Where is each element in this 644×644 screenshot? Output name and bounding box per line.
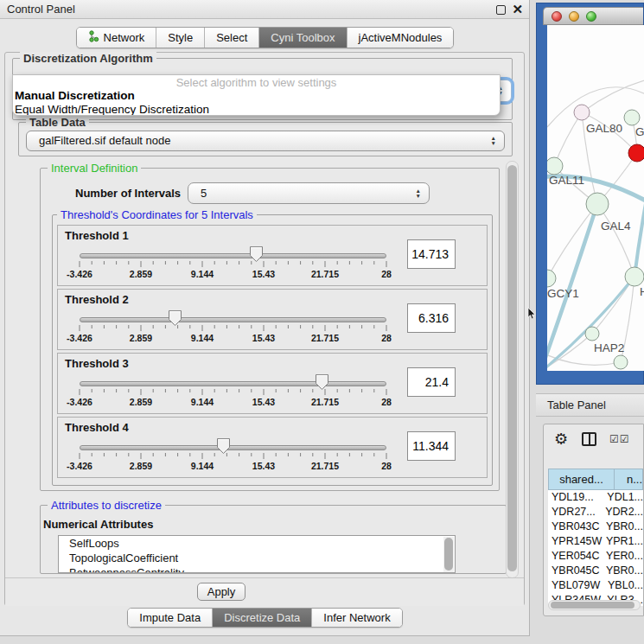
zoom-traffic-light-icon[interactable]: [586, 11, 596, 22]
numerical-attributes-label: Numerical Attributes: [43, 518, 153, 531]
close-traffic-light-icon[interactable]: [552, 11, 562, 22]
tab-infer-network[interactable]: Infer Network: [312, 609, 401, 627]
attribute-item-selfloops[interactable]: SelfLoops: [59, 536, 455, 551]
svg-text:2.859: 2.859: [130, 397, 152, 407]
slider-track[interactable]: [80, 445, 386, 450]
node-label: HAP2: [594, 341, 624, 354]
threshold-value-field[interactable]: 6.316: [407, 303, 456, 333]
slider-handle[interactable]: [216, 437, 231, 455]
close-icon[interactable]: ✕: [512, 1, 523, 18]
slider-track[interactable]: [80, 381, 386, 386]
network-node-hap2[interactable]: [585, 327, 599, 341]
table-row[interactable]: YBR045CYBR0...: [548, 564, 643, 578]
slider-handle[interactable]: [168, 309, 182, 327]
network-edge[interactable]: [597, 204, 634, 277]
network-window-titlebar[interactable]: [543, 7, 643, 25]
column-header-shared[interactable]: shared...: [548, 469, 615, 490]
table-cell[interactable]: YBL0...: [604, 578, 643, 593]
attribute-item-betweennesscentrality[interactable]: BetweennessCentrality: [59, 565, 455, 573]
tab-label: Impute Data: [139, 611, 201, 624]
table-cell[interactable]: YPR145W: [548, 534, 603, 549]
slider-scale-ticks: -3.4262.8599.14415.4321.71528: [75, 389, 391, 411]
network-node[interactable]: [628, 144, 644, 162]
column-selector-icon[interactable]: [582, 432, 596, 446]
network-node-ga[interactable]: [624, 110, 640, 125]
network-edge[interactable]: [547, 204, 597, 278]
network-node-gcy1[interactable]: [547, 270, 556, 287]
network-edge[interactable]: [582, 79, 644, 112]
tab-label: Discretize Data: [224, 611, 300, 624]
table-cell[interactable]: YDR27...: [548, 505, 602, 520]
apply-button[interactable]: Apply: [197, 583, 245, 601]
table-cell[interactable]: YBR0...: [603, 564, 643, 578]
threshold-4-box: Threshold 4-3.4262.8599.14415.4321.71528…: [57, 417, 488, 478]
control-panel-body: Discretization Algorithm Select algorith…: [4, 52, 525, 606]
network-node-h[interactable]: [625, 267, 644, 286]
table-row[interactable]: YPR145WYPR1...: [548, 534, 643, 549]
svg-text:9.144: 9.144: [191, 333, 214, 343]
slider-handle[interactable]: [315, 373, 329, 391]
table-cell[interactable]: YBL079W: [548, 578, 604, 593]
svg-text:15.43: 15.43: [252, 269, 275, 279]
checkbox-icon[interactable]: ☑: [609, 433, 620, 445]
tab-discretize-data[interactable]: Discretize Data: [213, 609, 312, 627]
tab-style[interactable]: Style: [156, 28, 205, 48]
checkbox-icon[interactable]: ☑: [620, 433, 630, 445]
table-cell[interactable]: YBR0...: [603, 520, 643, 534]
tab-network[interactable]: Network: [77, 28, 157, 48]
tab-impute-data[interactable]: Impute Data: [128, 609, 213, 627]
numerical-attributes-list[interactable]: SelfLoopsTopologicalCoefficientBetweenne…: [58, 535, 456, 573]
table-row[interactable]: YBL079WYBL0...: [548, 578, 643, 593]
table-row[interactable]: YDR27...YDR2...: [548, 505, 643, 520]
table-cell[interactable]: YER054C: [548, 549, 603, 564]
table-cell[interactable]: YDL1...: [603, 490, 643, 505]
checkbox-icons[interactable]: ☑☑: [609, 433, 630, 445]
minimize-traffic-light-icon[interactable]: [569, 11, 579, 22]
threshold-value-field[interactable]: 11.344: [407, 431, 456, 461]
network-node-gal4[interactable]: [586, 193, 609, 215]
table-horizontal-scrollbar[interactable]: [548, 600, 641, 610]
table-row[interactable]: YDL19...YDL1...: [548, 490, 643, 505]
table-row[interactable]: YER054CYER0...: [548, 549, 643, 564]
algorithm-option-manual-discretization[interactable]: Manual Discretization: [13, 89, 500, 103]
float-window-icon[interactable]: [496, 5, 506, 15]
network-canvas[interactable]: GAL80GAGAL11GAL4GCY1HHAP2: [547, 25, 644, 371]
algorithm-option-equal-width-frequency-discretization[interactable]: Equal Width/Frequency Discretization: [13, 103, 500, 116]
node-label: GCY1: [547, 287, 579, 300]
number-of-intervals-spinner[interactable]: 5: [188, 182, 430, 204]
table-cell[interactable]: YBR043C: [548, 520, 603, 534]
threshold-value-field[interactable]: 21.4: [407, 367, 456, 397]
attribute-item-topologicalcoefficient[interactable]: TopologicalCoefficient: [59, 551, 455, 565]
threshold-value-field[interactable]: 14.713: [407, 239, 456, 269]
table-cell[interactable]: YDL19...: [548, 490, 603, 505]
column-header-name[interactable]: n...: [615, 469, 643, 490]
slider-track[interactable]: [80, 317, 386, 322]
network-edge[interactable]: [634, 176, 644, 277]
svg-text:2.859: 2.859: [130, 461, 152, 471]
tab-select[interactable]: Select: [205, 28, 259, 48]
network-node[interactable]: [614, 355, 628, 369]
svg-text:28: 28: [381, 333, 392, 343]
algorithm-combo-hint: Select algorithm to view settings: [13, 76, 500, 89]
table-data-combobox[interactable]: galFiltered.sif default node: [26, 131, 505, 151]
table-cell[interactable]: YPR1...: [603, 534, 643, 549]
tab-label: jActiveMNodules: [359, 31, 443, 44]
combo-arrows-icon: [491, 136, 496, 146]
slider-track[interactable]: [80, 253, 386, 258]
slider-scale-ticks: -3.4262.8599.14415.4321.71528: [75, 325, 391, 348]
table-rows: YDL19...YDL1...YDR27...YDR2...YBR043CYBR…: [548, 490, 643, 606]
table-row[interactable]: YBR043CYBR0...: [548, 520, 643, 534]
slider-handle[interactable]: [249, 245, 264, 263]
gear-icon[interactable]: ⚙: [554, 430, 568, 449]
panel-title: Control Panel: [7, 0, 75, 19]
network-node-gal80[interactable]: [574, 105, 590, 120]
algorithm-group-title: Discretization Algorithm: [20, 52, 156, 65]
tab-cyni-toolbox[interactable]: Cyni Toolbox: [259, 28, 347, 48]
panel-vertical-scrollbar[interactable]: [506, 161, 519, 578]
network-node-gal11[interactable]: [547, 157, 563, 175]
table-cell[interactable]: YBR045C: [548, 564, 603, 578]
tab-jactivemnodules[interactable]: jActiveMNodules: [348, 28, 454, 48]
table-cell[interactable]: YDR2...: [602, 505, 643, 520]
table-cell[interactable]: YER0...: [603, 549, 643, 564]
list-scrollbar[interactable]: [443, 537, 454, 573]
